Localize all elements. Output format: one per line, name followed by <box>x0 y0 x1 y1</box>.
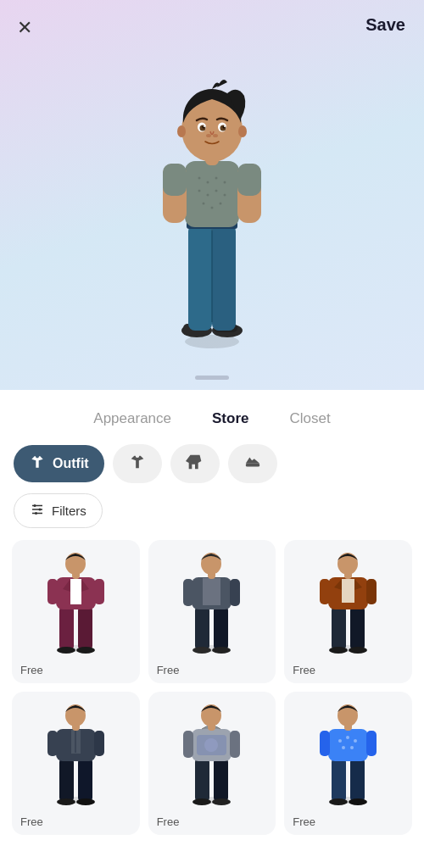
save-button[interactable]: Save <box>365 15 405 35</box>
svg-rect-114 <box>320 731 330 756</box>
svg-rect-52 <box>70 579 81 604</box>
list-item[interactable]: Free <box>284 540 412 683</box>
svg-rect-58 <box>195 606 209 650</box>
tab-bar: Appearance Store Closet <box>0 390 424 444</box>
svg-rect-88 <box>94 731 104 756</box>
outfit-label: Outfit <box>53 456 89 471</box>
category-top-button[interactable] <box>113 444 162 483</box>
item-label-3: Free <box>284 659 412 683</box>
close-button[interactable]: ✕ <box>17 17 32 39</box>
svg-point-38 <box>213 134 218 137</box>
filters-row: Filters <box>0 493 424 540</box>
list-item[interactable]: Free <box>148 540 276 683</box>
svg-rect-9 <box>185 161 239 227</box>
svg-rect-53 <box>47 579 58 604</box>
list-item[interactable]: Free <box>284 692 412 835</box>
svg-rect-115 <box>366 731 377 756</box>
svg-point-49 <box>57 647 75 654</box>
svg-rect-92 <box>195 758 209 802</box>
svg-point-36 <box>224 125 226 127</box>
shoes-icon <box>243 453 262 475</box>
item-image-1 <box>12 540 140 659</box>
svg-point-10 <box>198 177 201 180</box>
avatar-preview <box>119 34 305 356</box>
svg-point-13 <box>224 181 226 184</box>
svg-rect-5 <box>188 225 212 331</box>
svg-point-15 <box>207 194 209 197</box>
svg-point-107 <box>349 798 367 805</box>
svg-point-83 <box>76 798 95 805</box>
category-bottom-button[interactable] <box>170 444 220 483</box>
svg-point-95 <box>212 798 231 805</box>
items-grid: Free <box>0 540 424 847</box>
svg-rect-104 <box>332 758 346 802</box>
top-icon <box>128 453 147 475</box>
category-shoes-button[interactable] <box>228 444 277 483</box>
filters-label: Filters <box>52 504 86 518</box>
item-image-2 <box>148 540 276 659</box>
category-row: Outfit <box>0 444 424 493</box>
svg-point-12 <box>215 177 218 180</box>
tab-store[interactable]: Store <box>192 405 269 432</box>
svg-rect-81 <box>78 758 92 802</box>
category-outfit-button[interactable]: Outfit <box>14 445 104 482</box>
svg-point-28 <box>238 125 247 137</box>
svg-point-17 <box>224 194 226 197</box>
svg-rect-48 <box>78 606 92 650</box>
svg-point-44 <box>39 509 42 511</box>
svg-rect-74 <box>342 579 354 603</box>
svg-rect-59 <box>214 606 228 650</box>
tab-closet[interactable]: Closet <box>269 405 350 432</box>
svg-rect-24 <box>237 164 261 196</box>
svg-point-110 <box>346 736 349 739</box>
svg-point-109 <box>338 739 342 743</box>
list-item[interactable]: Free <box>12 692 140 835</box>
avatar-figure <box>136 38 288 352</box>
outfit-icon <box>29 453 46 474</box>
item-image-6 <box>284 692 412 810</box>
svg-rect-105 <box>350 758 365 802</box>
svg-point-37 <box>206 134 211 137</box>
svg-point-16 <box>215 190 218 192</box>
svg-point-94 <box>192 798 211 805</box>
item-label-4: Free <box>12 810 140 835</box>
pants-icon <box>186 453 204 475</box>
list-item[interactable]: Free <box>12 540 140 683</box>
item-image-3 <box>284 540 412 659</box>
svg-rect-70 <box>350 606 365 650</box>
svg-point-50 <box>76 647 95 654</box>
svg-point-20 <box>220 203 222 205</box>
item-label-5: Free <box>148 810 276 835</box>
item-image-4 <box>12 692 140 810</box>
filter-icon <box>30 502 45 520</box>
svg-rect-87 <box>47 731 58 756</box>
svg-rect-64 <box>183 579 193 606</box>
svg-rect-76 <box>366 579 377 604</box>
svg-rect-100 <box>230 731 240 758</box>
svg-point-111 <box>354 739 357 743</box>
filters-button[interactable]: Filters <box>14 493 103 528</box>
svg-rect-93 <box>214 758 228 802</box>
svg-rect-75 <box>320 579 330 604</box>
item-label-1: Free <box>12 659 140 683</box>
svg-rect-47 <box>59 606 74 650</box>
bottom-panel: Appearance Store Closet Outfit <box>0 390 424 868</box>
svg-point-43 <box>34 504 36 507</box>
svg-rect-6 <box>212 225 236 331</box>
item-image-5 <box>148 692 276 810</box>
svg-rect-65 <box>230 579 240 606</box>
scroll-indicator <box>195 376 229 380</box>
svg-rect-54 <box>94 579 104 604</box>
svg-point-82 <box>57 798 75 805</box>
svg-rect-69 <box>332 606 346 650</box>
item-label-2: Free <box>148 659 276 683</box>
list-item[interactable]: Free <box>148 692 276 835</box>
svg-point-98 <box>204 738 218 752</box>
avatar-section: ✕ Save <box>0 0 424 390</box>
svg-rect-99 <box>183 731 193 758</box>
tab-appearance[interactable]: Appearance <box>73 405 192 432</box>
svg-rect-39 <box>245 464 259 467</box>
svg-point-14 <box>198 190 201 192</box>
svg-point-60 <box>192 647 211 654</box>
svg-rect-80 <box>59 758 74 802</box>
